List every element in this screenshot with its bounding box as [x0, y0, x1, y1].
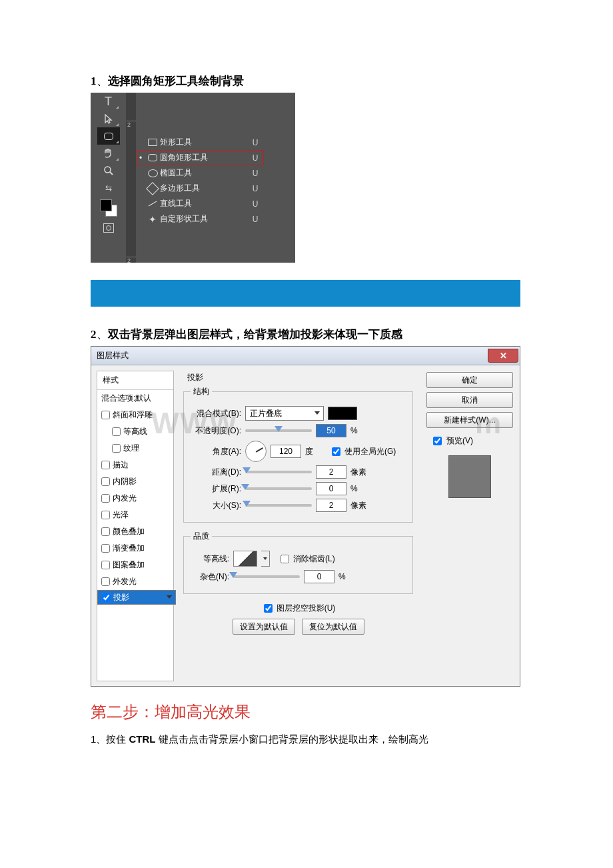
style-item-checkbox[interactable] — [112, 444, 121, 453]
shape-tool-flyout: 矩形工具U•圆角矩形工具U椭圆工具U多边形工具U直线工具U✦自定形状工具U — [136, 135, 264, 227]
rect-icon — [145, 139, 160, 146]
close-icon: ✕ — [500, 351, 507, 361]
style-item-图案叠加[interactable]: 图案叠加 — [97, 557, 173, 573]
angle-input[interactable]: 120 — [271, 445, 301, 458]
style-item-等高线[interactable]: 等高线 — [97, 423, 173, 440]
blend-mode-row: 混合模式(B): 正片叠底 — [191, 406, 406, 421]
angle-row: 角度(A): 120 度 使用全局光(G) — [191, 441, 406, 462]
style-item-checkbox[interactable] — [101, 544, 110, 553]
type-tool-icon[interactable]: T — [97, 93, 120, 110]
styles-list: 样式 混合选项:默认 斜面和浮雕等高线纹理描边内阴影内发光光泽颜色叠加渐变叠加图… — [97, 371, 174, 681]
swap-colors-icon[interactable]: ⇆ — [97, 179, 120, 197]
knockout-checkbox[interactable]: 图层挖空投影(U) — [261, 602, 336, 615]
noise-slider[interactable] — [233, 575, 300, 578]
instruction-1: 1、选择圆角矩形工具绘制背景 — [91, 73, 613, 89]
quality-legend: 品质 — [191, 531, 212, 542]
angle-unit: 度 — [305, 446, 325, 457]
instruction-3-pre: 按住 — [106, 733, 129, 745]
contour-dropdown[interactable] — [261, 551, 270, 567]
angle-dial[interactable] — [245, 441, 267, 462]
flyout-item-rrect[interactable]: •圆角矩形工具U — [136, 150, 264, 165]
instruction-3-bold: CTRL — [129, 733, 156, 745]
style-item-checkbox[interactable] — [101, 494, 110, 503]
use-global-light-checkbox[interactable]: 使用全局光(G) — [329, 445, 396, 458]
instruction-3: 1、按住 CTRL 键点击点击背景层小窗口把背景层的形状提取出来，绘制高光 — [91, 733, 613, 746]
opacity-input[interactable]: 50 — [316, 424, 346, 437]
flyout-item-label: 自定形状工具 — [160, 213, 247, 225]
close-button[interactable]: ✕ — [488, 349, 518, 363]
style-item-外发光[interactable]: 外发光 — [97, 573, 173, 590]
zoom-tool-icon[interactable] — [97, 162, 120, 179]
blend-mode-select[interactable]: 正片叠底 — [245, 406, 324, 421]
spread-slider[interactable] — [245, 487, 312, 490]
style-item-光泽[interactable]: 光泽 — [97, 507, 173, 523]
style-item-描边[interactable]: 描边 — [97, 457, 173, 473]
distance-input[interactable]: 2 — [316, 465, 346, 479]
style-item-checkbox[interactable] — [101, 511, 110, 519]
style-item-颜色叠加[interactable]: 颜色叠加 — [97, 523, 173, 540]
path-selection-tool-icon[interactable] — [97, 110, 120, 127]
noise-input[interactable]: 0 — [304, 570, 334, 583]
contour-row: 等高线: 消除锯齿(L) — [191, 551, 406, 567]
size-unit: 像素 — [350, 500, 370, 511]
flyout-item-line[interactable]: 直线工具U — [136, 196, 264, 211]
style-item-内阴影[interactable]: 内阴影 — [97, 473, 173, 490]
style-item-内发光[interactable]: 内发光 — [97, 490, 173, 507]
flyout-item-label: 圆角矩形工具 — [160, 152, 247, 163]
antialias-checkbox[interactable]: 消除锯齿(L) — [278, 553, 335, 565]
styles-header[interactable]: 样式 — [97, 371, 173, 390]
blue-result-bar — [91, 280, 520, 307]
hand-tool-icon[interactable] — [97, 145, 120, 162]
distance-row: 距离(D): 2 像素 — [191, 465, 406, 479]
style-item-checkbox[interactable] — [101, 477, 110, 486]
opacity-unit: % — [350, 426, 370, 435]
blend-options-item[interactable]: 混合选项:默认 — [97, 390, 173, 407]
svg-point-0 — [105, 167, 111, 173]
spread-unit: % — [350, 484, 370, 493]
document-page: 1、选择圆角矩形工具绘制背景 T ⇆ — [0, 0, 613, 746]
instruction-2-number: 2 — [91, 328, 97, 341]
style-item-checkbox[interactable] — [102, 593, 111, 602]
size-input[interactable]: 2 — [316, 499, 346, 512]
ok-button[interactable]: 确定 — [426, 372, 513, 388]
contour-picker[interactable] — [233, 551, 257, 567]
opacity-slider[interactable] — [245, 429, 312, 432]
style-item-纹理[interactable]: 纹理 — [97, 440, 173, 457]
style-item-checkbox[interactable] — [101, 561, 110, 569]
flyout-item-shortcut: U — [247, 184, 264, 193]
distance-slider[interactable] — [245, 471, 312, 473]
shadow-color-swatch[interactable] — [328, 407, 357, 420]
style-item-label: 光泽 — [113, 509, 129, 521]
dialog-right-panel: 确定 取消 新建样式(W)... 预览(V) — [421, 365, 520, 687]
distance-unit: 像素 — [350, 467, 370, 478]
instruction-1-text: 选择圆角矩形工具绘制背景 — [108, 75, 244, 87]
size-slider[interactable] — [245, 504, 312, 507]
flyout-item-ell[interactable]: 椭圆工具U — [136, 165, 264, 181]
reset-default-button[interactable]: 复位为默认值 — [302, 619, 364, 635]
style-item-checkbox[interactable] — [112, 427, 121, 436]
style-item-label: 纹理 — [123, 443, 139, 454]
style-item-label: 颜色叠加 — [113, 526, 145, 537]
style-item-checkbox[interactable] — [101, 577, 110, 586]
spread-input[interactable]: 0 — [316, 482, 346, 495]
style-item-斜面和浮雕[interactable]: 斜面和浮雕 — [97, 407, 173, 423]
style-item-checkbox[interactable] — [101, 411, 110, 419]
quickmask-icon[interactable] — [97, 219, 120, 237]
make-default-button[interactable]: 设置为默认值 — [233, 619, 295, 635]
cancel-button[interactable]: 取消 — [426, 392, 513, 408]
preview-checkbox[interactable]: 预览(V) — [430, 435, 513, 447]
instruction-3-post: 键点击点击背景层小窗口把背景层的形状提取出来，绘制高光 — [156, 733, 428, 745]
size-label: 大小(S): — [191, 500, 241, 511]
flyout-item-rect[interactable]: 矩形工具U — [136, 135, 264, 150]
flyout-item-shortcut: U — [247, 138, 264, 147]
flyout-item-star[interactable]: ✦自定形状工具U — [136, 211, 264, 227]
style-item-checkbox[interactable] — [101, 527, 110, 536]
style-item-投影[interactable]: 投影 — [97, 590, 176, 605]
shape-tool-icon[interactable] — [97, 127, 120, 145]
foreground-background-swatch[interactable] — [97, 197, 120, 219]
style-item-渐变叠加[interactable]: 渐变叠加 — [97, 540, 173, 557]
new-style-button[interactable]: 新建样式(W)... — [426, 412, 513, 428]
style-item-checkbox[interactable] — [101, 461, 110, 469]
structure-legend: 结构 — [191, 386, 212, 397]
flyout-item-poly[interactable]: 多边形工具U — [136, 181, 264, 196]
